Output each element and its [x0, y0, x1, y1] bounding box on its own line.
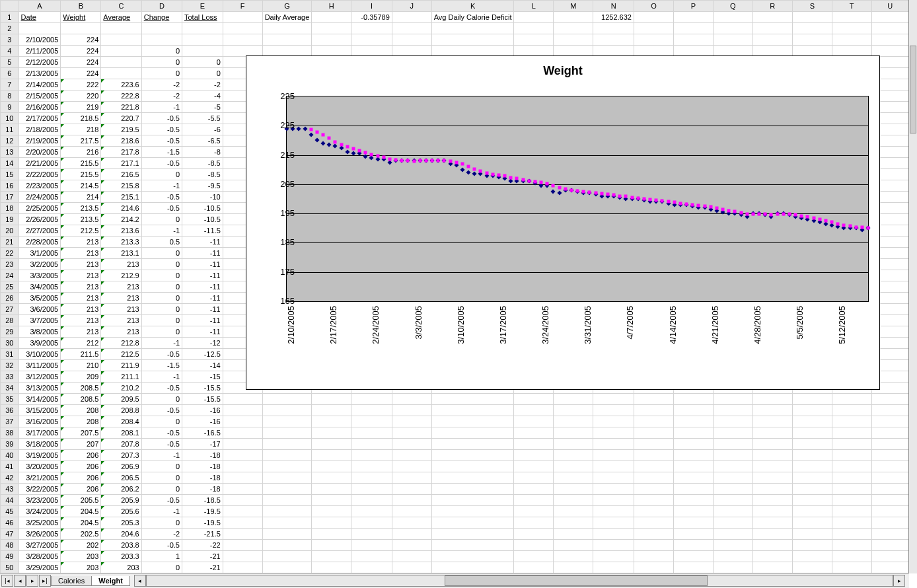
row-header-12[interactable]: 12	[1, 135, 19, 147]
cell-C45[interactable]: 205.6	[101, 506, 141, 517]
cell-C38[interactable]: 208.1	[101, 427, 141, 439]
cell-T3[interactable]	[832, 34, 871, 46]
col-header-G[interactable]: G	[262, 1, 312, 12]
cell-F3[interactable]	[223, 34, 262, 46]
cell-A12[interactable]: 2/19/2005	[18, 135, 61, 147]
cell-P35[interactable]	[673, 394, 713, 405]
cell-C23[interactable]: 213	[101, 259, 141, 270]
cell-K44[interactable]	[431, 495, 514, 506]
cell-S47[interactable]	[792, 529, 832, 540]
cell-T47[interactable]	[832, 529, 871, 540]
cell-T35[interactable]	[832, 394, 871, 405]
cell-F46[interactable]	[223, 517, 262, 529]
cell-A10[interactable]: 2/17/2005	[18, 113, 61, 124]
row-header-39[interactable]: 39	[1, 439, 19, 450]
cell-K45[interactable]	[431, 506, 514, 517]
cell-L41[interactable]	[514, 461, 554, 472]
cell-E45[interactable]: -19.5	[182, 506, 223, 517]
cell-H35[interactable]	[312, 394, 351, 405]
cell-F1[interactable]	[223, 12, 262, 23]
cell-D1[interactable]: Change	[141, 12, 182, 23]
cell-H38[interactable]	[312, 427, 351, 439]
cell-I47[interactable]	[351, 529, 392, 540]
cell-E50[interactable]: -21	[182, 562, 223, 573]
cell-Q2[interactable]	[713, 23, 752, 34]
cell-M50[interactable]	[554, 562, 593, 573]
cell-A31[interactable]: 3/10/2005	[18, 349, 61, 360]
cell-K1[interactable]: Avg Daily Calorie Deficit	[431, 12, 514, 23]
cell-U1[interactable]	[871, 12, 908, 23]
cell-H39[interactable]	[312, 439, 351, 450]
cell-A50[interactable]: 3/29/2005	[18, 562, 61, 573]
cell-I50[interactable]	[351, 562, 392, 573]
cell-O43[interactable]	[634, 484, 673, 495]
cell-D22[interactable]: 0	[141, 248, 182, 259]
cell-E7[interactable]: -2	[182, 79, 223, 91]
cell-B46[interactable]: 204.5	[61, 517, 101, 529]
cell-B1[interactable]: Weight	[61, 12, 101, 23]
cell-C43[interactable]: 206.2	[101, 484, 141, 495]
cell-J46[interactable]	[392, 517, 431, 529]
col-header-O[interactable]: O	[634, 1, 673, 12]
cell-B37[interactable]: 208	[61, 416, 101, 427]
cell-C48[interactable]: 203.8	[101, 540, 141, 551]
cell-O39[interactable]	[634, 439, 673, 450]
cell-F39[interactable]	[223, 439, 262, 450]
cell-S2[interactable]	[792, 23, 832, 34]
weight-chart[interactable]: Weight 1651751851952052152252352/10/2005…	[246, 55, 880, 390]
cell-R40[interactable]	[752, 450, 792, 461]
cell-L50[interactable]	[514, 562, 554, 573]
cell-J1[interactable]	[392, 12, 431, 23]
cell-C7[interactable]: 223.6	[101, 79, 141, 91]
cell-B11[interactable]: 218	[61, 124, 101, 135]
cell-E10[interactable]: -5.5	[182, 113, 223, 124]
cell-K2[interactable]	[431, 23, 514, 34]
cell-B17[interactable]: 214	[61, 192, 101, 203]
cell-O46[interactable]	[634, 517, 673, 529]
cell-A40[interactable]: 3/19/2005	[18, 450, 61, 461]
cell-B43[interactable]: 206	[61, 484, 101, 495]
cell-N47[interactable]	[593, 529, 634, 540]
cell-P43[interactable]	[673, 484, 713, 495]
cell-B35[interactable]: 208.5	[61, 394, 101, 405]
cell-A34[interactable]: 3/13/2005	[18, 383, 61, 394]
cell-N46[interactable]	[593, 517, 634, 529]
cell-L48[interactable]	[514, 540, 554, 551]
cell-Q44[interactable]	[713, 495, 752, 506]
cell-T41[interactable]	[832, 461, 871, 472]
cell-D13[interactable]: -1.5	[141, 147, 182, 158]
cell-G45[interactable]	[262, 506, 312, 517]
cell-P38[interactable]	[673, 427, 713, 439]
cell-M44[interactable]	[554, 495, 593, 506]
row-header-4[interactable]: 4	[1, 46, 19, 57]
cell-K42[interactable]	[431, 472, 514, 484]
cell-P36[interactable]	[673, 405, 713, 416]
row-header-15[interactable]: 15	[1, 169, 19, 180]
cell-T45[interactable]	[832, 506, 871, 517]
cell-C22[interactable]: 213.1	[101, 248, 141, 259]
cell-D46[interactable]: 0	[141, 517, 182, 529]
cell-U35[interactable]	[871, 394, 908, 405]
tab-nav-first-icon[interactable]: |◂	[1, 575, 13, 587]
cell-E35[interactable]: -15.5	[182, 394, 223, 405]
cell-D10[interactable]: -0.5	[141, 113, 182, 124]
cell-D9[interactable]: -1	[141, 102, 182, 113]
row-header-9[interactable]: 9	[1, 102, 19, 113]
cell-B28[interactable]: 213	[61, 315, 101, 326]
row-header-11[interactable]: 11	[1, 124, 19, 135]
cell-D2[interactable]	[141, 23, 182, 34]
cell-L36[interactable]	[514, 405, 554, 416]
row-header-28[interactable]: 28	[1, 315, 19, 326]
cell-E8[interactable]: -4	[182, 91, 223, 102]
col-header-E[interactable]: E	[182, 1, 223, 12]
row-header-22[interactable]: 22	[1, 248, 19, 259]
cell-Q38[interactable]	[713, 427, 752, 439]
cell-C5[interactable]	[101, 57, 141, 68]
cell-H48[interactable]	[312, 540, 351, 551]
cell-E18[interactable]: -10.5	[182, 203, 223, 214]
cell-D42[interactable]: 0	[141, 472, 182, 484]
cell-C42[interactable]: 206.5	[101, 472, 141, 484]
cell-J42[interactable]	[392, 472, 431, 484]
cell-N2[interactable]	[593, 23, 634, 34]
cell-C30[interactable]: 212.8	[101, 338, 141, 349]
